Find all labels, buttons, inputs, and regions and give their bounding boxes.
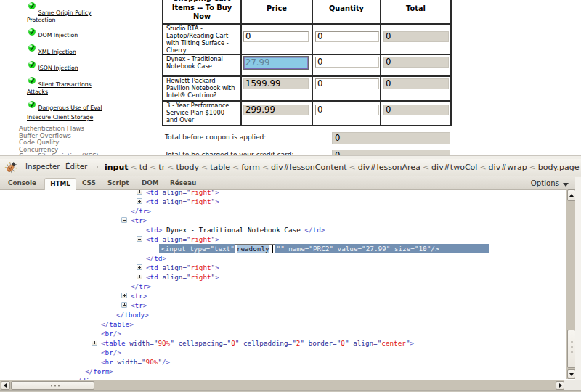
options-button[interactable]: Options [531,179,559,187]
total-field[interactable]: 0 [383,31,449,42]
horizontal-scroll-thumb[interactable] [11,381,94,390]
price-input[interactable]: 299.99 [243,105,309,115]
thumb-grip-icon [571,340,573,354]
inline-attribute-editor[interactable]: readonly [235,244,275,253]
expand-twisty-icon[interactable] [121,293,127,298]
firebug-bug-icon[interactable] [4,161,17,174]
syntax-token: tbody [124,311,145,319]
tree-node[interactable]: </tr> [131,206,151,216]
tree-node-selected[interactable]: <input type="text"readonly"" name="PRC2"… [161,244,439,253]
tree-node[interactable]: </tr> [131,282,151,291]
tree-node[interactable]: <td align="right"> [146,190,219,197]
tree-node[interactable]: <td align="right"> [146,234,219,244]
syntax-token: > [143,301,147,309]
total-field[interactable]: 0 [383,105,449,115]
horizontal-scrollbar[interactable] [0,380,564,390]
tree-node[interactable]: </form> [85,367,113,376]
lesson-link[interactable]: DOM Injection [38,32,78,38]
tab-html[interactable]: HTML [45,180,76,187]
tree-node[interactable]: </table> [101,319,134,329]
tree-node[interactable]: <tr> [131,216,147,225]
breadcrumb-node[interactable]: tr [158,163,165,172]
lesson-link[interactable]: Silent Transactions Attacks [27,81,92,96]
lesson-link[interactable]: Dangerous Use of Eval [38,105,102,111]
tree-node[interactable]: <td> Dynex - Traditional Notebook Case <… [146,225,325,234]
quantity-input[interactable]: 0 [315,57,379,68]
breadcrumb-node[interactable]: body.page [538,163,580,172]
firebug-toolbar: Inspecter Éditer input<td<tr<tbody<table… [0,159,581,176]
lesson-link[interactable]: XML Injection [38,49,76,55]
breadcrumb-node[interactable]: tbody [176,163,199,172]
syntax-token: > [215,190,219,197]
breadcrumb-node[interactable]: div#wrap [489,163,527,172]
tab-css[interactable]: CSS [82,179,96,187]
syntax-token: > [143,216,147,224]
tree-node[interactable]: <td align="right"> [146,272,219,282]
syntax-token: right [191,235,211,243]
tree-node[interactable]: <td align="right"> [146,197,219,206]
tree-node[interactable]: <td align="right"> [146,263,219,272]
grand-total-field[interactable]: 0 [332,132,450,144]
inspect-button[interactable]: Inspecter [25,163,60,171]
node-breadcrumb: input<td<tr<tbody<table<form<div#lessonC… [105,163,581,172]
scroll-up-button[interactable] [567,189,576,201]
breadcrumb-node[interactable]: table [210,163,230,172]
breadcrumb-node[interactable]: div#twoCol [431,163,477,172]
total-field[interactable]: 0 [383,57,449,68]
quantity-input[interactable]: 0 [315,31,379,42]
tree-node[interactable]: </tbody> [116,310,149,319]
expand-twisty-icon[interactable] [137,190,142,195]
collapse-twisty-icon[interactable] [121,217,127,223]
tab-dom[interactable]: DOM [142,179,159,187]
lesson-link[interactable]: Same Origin Policy Protection [27,9,92,24]
tree-node[interactable]: <br/> [101,348,121,357]
expand-twisty-icon[interactable] [121,302,127,308]
breadcrumb-node[interactable]: form [241,163,260,172]
syntax-token: width=" [126,339,158,347]
lesson-link[interactable]: Insecure Client Storage [27,114,93,121]
tree-node[interactable]: <hr width="90%"/> [101,357,170,367]
syntax-token: td [150,190,158,197]
tree-node[interactable]: <br/> [101,329,121,338]
expand-twisty-icon[interactable] [137,198,142,204]
scroll-down-button[interactable] [567,369,576,379]
breadcrumb-node[interactable]: input [105,163,129,172]
breadcrumb-node[interactable]: div#lessonArea [358,163,420,172]
expand-twisty-icon[interactable] [92,340,97,346]
cart-cell: 0 [381,24,451,54]
scroll-left-button[interactable] [1,381,10,390]
syntax-token: table [105,339,126,347]
check-mark-icon [28,2,36,9]
syntax-token: td [154,254,162,262]
price-input[interactable]: 1599.99 [243,78,309,89]
tree-node[interactable]: <tr> [131,301,147,310]
price-input[interactable]: 0 [243,31,309,42]
vertical-scrollbar[interactable] [566,189,575,379]
breadcrumb-node[interactable]: td [139,163,147,172]
price-input-inspected[interactable]: 27.99 [243,56,309,70]
syntax-token: align=" [158,273,191,281]
tree-node[interactable]: </td> [146,253,166,263]
scroll-right-button[interactable] [556,381,564,390]
breadcrumb-node[interactable]: div#lessonContent [271,163,347,172]
expand-twisty-icon[interactable] [137,264,142,270]
breadcrumb-separator: < [230,163,241,172]
tree-node[interactable]: <tr> [131,291,147,301]
edit-button[interactable]: Éditer [65,163,87,171]
tab-réseau[interactable]: Réseau [170,179,196,187]
syntax-token: tr [135,301,143,309]
syntax-token: " align=" [345,339,381,347]
expand-twisty-icon[interactable] [137,274,142,279]
tab-html-active-box[interactable]: HTML [44,178,76,190]
tab-console[interactable]: Console [8,179,36,187]
tree-node[interactable]: <table width="90%" cellspacing="0" cellp… [101,338,414,348]
quantity-input[interactable]: 0 [315,78,379,89]
vertical-scroll-thumb[interactable] [567,330,576,368]
quantity-input[interactable]: 0 [315,105,379,115]
syntax-token: right [191,264,211,271]
tab-script[interactable]: Script [107,179,129,187]
total-field[interactable]: 0 [383,78,449,89]
collapse-twisty-icon[interactable] [137,236,142,242]
lesson-link[interactable]: JSON Injection [38,65,78,71]
syntax-token: 90% [146,358,158,366]
